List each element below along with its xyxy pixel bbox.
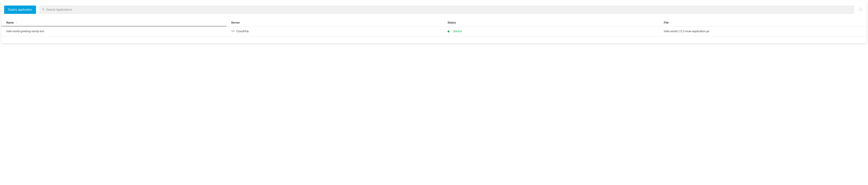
applications-table: Name Server Status File hello-world-gree…: [1, 20, 867, 36]
chevron-down-icon: [15, 21, 18, 24]
column-header-file[interactable]: File: [659, 20, 867, 26]
toolbar: Deploy application: [1, 1, 867, 14]
column-label: Status: [447, 21, 456, 24]
cell-status: Started: [443, 27, 659, 36]
table-row[interactable]: hello-world-greeting-sandy-kim CloudHub …: [1, 27, 867, 36]
app-name: hello-world-greeting-sandy-kim: [6, 30, 44, 33]
search-field[interactable]: [39, 5, 854, 14]
svg-point-0: [42, 8, 44, 10]
status-text: Started: [453, 30, 462, 33]
column-header-name[interactable]: Name: [1, 20, 226, 26]
applications-panel: Deploy application Name: [1, 1, 867, 43]
server-name: CloudHub: [237, 30, 249, 33]
column-label: Server: [231, 21, 240, 24]
status-indicator-icon: [447, 31, 450, 32]
search-icon: [42, 8, 46, 11]
column-label: Name: [6, 21, 14, 24]
column-header-status[interactable]: Status: [443, 20, 659, 26]
cloud-icon: [231, 30, 235, 33]
column-header-server[interactable]: Server: [226, 20, 443, 26]
notifications-button[interactable]: [858, 5, 864, 14]
table-header: Name Server Status File: [1, 20, 867, 27]
file-name: hello-world-1.0.2-mule-application.jar: [664, 30, 709, 33]
cell-file: hello-world-1.0.2-mule-application.jar: [659, 27, 867, 36]
deploy-application-button[interactable]: Deploy application: [4, 5, 36, 14]
search-input[interactable]: [46, 8, 851, 11]
cell-name: hello-world-greeting-sandy-kim: [1, 27, 226, 36]
svg-line-1: [44, 10, 44, 10]
cell-server: CloudHub: [226, 27, 443, 36]
bell-icon: [859, 7, 863, 12]
column-label: File: [664, 21, 669, 24]
